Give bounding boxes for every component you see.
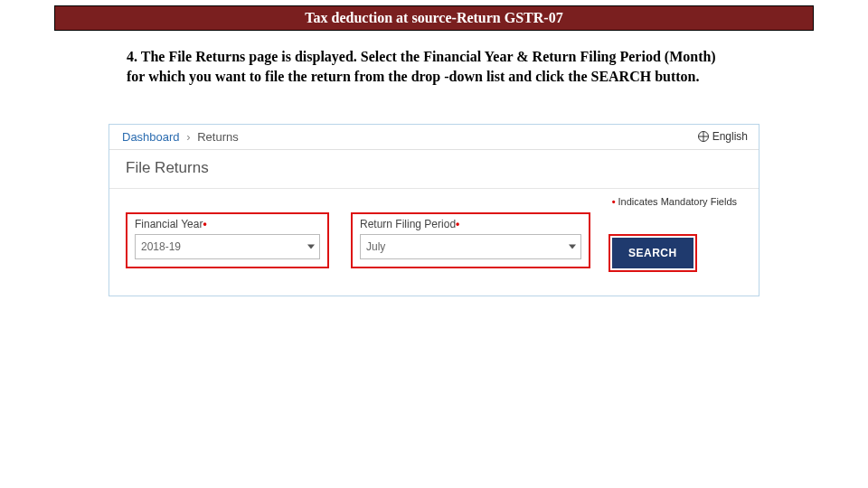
page-title-bar: Tax deduction at source-Return GSTR-07 bbox=[54, 5, 814, 31]
breadcrumb: Dashboard › Returns bbox=[122, 130, 239, 144]
mandatory-text: Indicates Mandatory Fields bbox=[618, 196, 737, 207]
breadcrumb-dashboard-link[interactable]: Dashboard bbox=[122, 130, 180, 144]
asterisk-icon: • bbox=[456, 218, 459, 230]
financial-year-select-wrap: 2018-19 bbox=[135, 234, 320, 259]
asterisk-icon: • bbox=[203, 218, 206, 230]
return-period-select-wrap: July bbox=[360, 234, 581, 259]
breadcrumb-separator: › bbox=[183, 130, 193, 144]
breadcrumb-row: Dashboard › Returns English bbox=[109, 125, 759, 150]
mandatory-note: • Indicates Mandatory Fields bbox=[109, 189, 759, 207]
instruction-text: 4. The File Returns page is displayed. S… bbox=[0, 31, 868, 88]
return-period-group: Return Filing Period• July bbox=[351, 212, 590, 268]
asterisk-icon: • bbox=[612, 196, 616, 207]
financial-year-select[interactable]: 2018-19 bbox=[135, 234, 320, 259]
return-period-label: Return Filing Period• bbox=[360, 218, 581, 230]
globe-icon bbox=[698, 131, 709, 142]
return-period-select[interactable]: July bbox=[360, 234, 581, 259]
language-selector[interactable]: English bbox=[698, 130, 748, 143]
page-heading: File Returns bbox=[109, 150, 759, 189]
financial-year-group: Financial Year• 2018-19 bbox=[126, 212, 329, 268]
language-label: English bbox=[712, 130, 748, 143]
search-button[interactable]: SEARCH bbox=[612, 238, 693, 268]
app-panel: Dashboard › Returns English File Returns… bbox=[108, 124, 760, 296]
financial-year-label: Financial Year• bbox=[135, 218, 320, 230]
breadcrumb-current: Returns bbox=[197, 130, 239, 144]
form-row: Financial Year• 2018-19 Return Filing Pe… bbox=[109, 207, 759, 268]
